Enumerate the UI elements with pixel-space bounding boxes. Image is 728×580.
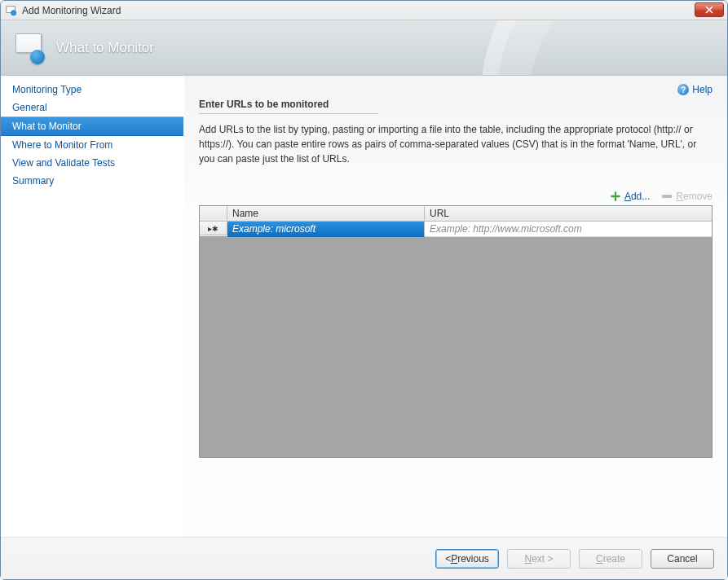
grid-header-url[interactable]: URL bbox=[425, 206, 712, 222]
header-band: What to Monitor bbox=[1, 20, 727, 76]
help-link[interactable]: ? Help bbox=[677, 84, 713, 95]
help-bar: ? Help bbox=[199, 84, 713, 95]
close-button[interactable] bbox=[695, 2, 724, 17]
sidebar-item-general[interactable]: General bbox=[1, 99, 183, 116]
sidebar-item-view-and-validate-tests[interactable]: View and Validate Tests bbox=[1, 154, 183, 172]
header-title: What to Monitor bbox=[56, 40, 154, 56]
plus-icon bbox=[610, 191, 621, 202]
grid-header-name[interactable]: Name bbox=[227, 206, 425, 222]
main-panel: ? Help Enter URLs to be monitored Add UR… bbox=[184, 76, 727, 537]
app-icon bbox=[6, 5, 17, 16]
sidebar-item-monitoring-type[interactable]: Monitoring Type bbox=[1, 81, 183, 99]
wizard-window: Add Monitoring Wizard What to Monitor Mo… bbox=[0, 0, 728, 580]
svg-point-1 bbox=[11, 10, 16, 15]
wizard-sidebar: Monitoring Type General What to Monitor … bbox=[1, 76, 184, 537]
remove-button: Remove bbox=[661, 191, 713, 202]
row-marker-icon: ▸✱ bbox=[200, 222, 227, 235]
footer: < Previous Next > Create Cancel bbox=[1, 537, 727, 579]
sidebar-item-where-to-monitor-from[interactable]: Where to Monitor From bbox=[1, 136, 183, 154]
cancel-button[interactable]: Cancel bbox=[651, 549, 714, 569]
window-title: Add Monitoring Wizard bbox=[22, 5, 121, 16]
grid-header-marker bbox=[200, 206, 227, 222]
grid-header: Name URL bbox=[200, 206, 712, 222]
help-icon: ? bbox=[677, 84, 689, 95]
help-label: Help bbox=[692, 84, 713, 95]
grid-toolbar: Add... Remove bbox=[199, 191, 713, 202]
section-description: Add URLs to the list by typing, pasting … bbox=[199, 122, 704, 166]
name-cell[interactable]: Example: microsoft bbox=[227, 222, 425, 237]
header-icon bbox=[15, 33, 45, 63]
minus-icon bbox=[661, 191, 673, 202]
sidebar-item-what-to-monitor[interactable]: What to Monitor bbox=[1, 116, 183, 136]
titlebar: Add Monitoring Wizard bbox=[1, 1, 727, 20]
grid-new-row[interactable]: ▸✱ Example: microsoft Example: http://ww… bbox=[200, 222, 712, 236]
url-cell[interactable]: Example: http://www.microsoft.com bbox=[425, 222, 712, 237]
url-grid[interactable]: Name URL ▸✱ Example: microsoft Example: … bbox=[199, 205, 713, 458]
grid-body[interactable]: ▸✱ Example: microsoft Example: http://ww… bbox=[200, 222, 712, 457]
body: Monitoring Type General What to Monitor … bbox=[1, 76, 727, 537]
close-icon bbox=[705, 6, 713, 14]
create-button: Create bbox=[579, 549, 642, 569]
next-button: Next > bbox=[507, 549, 571, 569]
previous-button[interactable]: < Previous bbox=[435, 549, 499, 569]
globe-icon bbox=[30, 50, 45, 64]
section-title: Enter URLs to be monitored bbox=[199, 99, 378, 114]
add-button[interactable]: Add... bbox=[610, 191, 650, 202]
sidebar-item-summary[interactable]: Summary bbox=[1, 172, 183, 190]
